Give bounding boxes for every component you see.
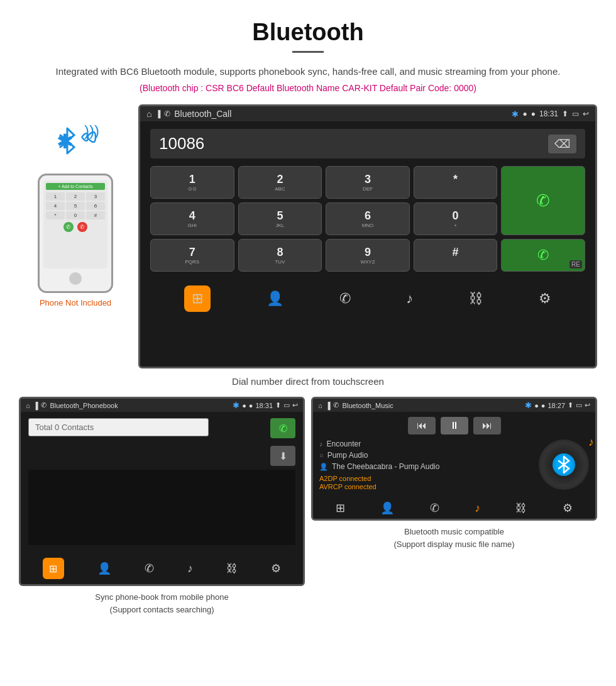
phonebook-search-field[interactable]: Total 0 Contacts (28, 418, 209, 436)
vinyl-bt-icon (557, 455, 571, 474)
dialer-key-4[interactable]: 4GHI (150, 202, 234, 235)
music-track-3: 👤 The Cheebacabra - Pump Audio (319, 462, 534, 471)
home-icon: ⌂ (146, 109, 151, 119)
dialer-key-star[interactable]: * (414, 166, 498, 199)
link-bar-button[interactable]: ⛓ (469, 290, 483, 307)
dialer-key-hash[interactable]: # (414, 239, 498, 272)
phone-side: ✱ ))) + Add to Contacts 1 2 3 (19, 104, 132, 307)
dialer-key-1[interactable]: 1⊙⊙ (150, 166, 234, 199)
car-statusbar-main: ⌂ ▐ ✆ Bluetooth_Call ✱ ● ● 18:31 ⬆ ▭ ↩ (140, 106, 595, 121)
car-dialer: 10086 ⌫ 1⊙⊙ 2ABC 3DEF * ✆ 4GHI 5JKL 6MNO… (140, 121, 595, 326)
phone-key-2: 2 (66, 192, 85, 201)
phone-key-3: 3 (86, 192, 105, 201)
dialer-key-8[interactable]: 8TUV (238, 239, 322, 272)
time-display: 18:31 (539, 109, 558, 118)
dot-icon: ● (522, 109, 527, 118)
dialer-backspace-button[interactable]: ⌫ (548, 135, 576, 153)
car-screen-title: Bluetooth_Call (174, 109, 231, 119)
music-track-list: ♪ Encounter ○ Pump Audio 👤 The Cheebacab… (319, 440, 534, 491)
track3-name: The Cheebacabra - Pump Audio (332, 462, 439, 471)
pb-link-button[interactable]: ⛓ (226, 562, 238, 575)
track2-name: Pump Audio (327, 451, 368, 460)
phonebook-content: Total 0 Contacts ✆ ⬇ (21, 412, 303, 551)
music-phone-button[interactable]: ✆ (430, 501, 439, 515)
signal-icon: ▐ (155, 110, 160, 118)
phone-key-5: 5 (66, 202, 85, 210)
dialer-key-0[interactable]: 0+ (414, 202, 498, 235)
dialer-keypad: 1⊙⊙ 2ABC 3DEF * ✆ 4GHI 5JKL 6MNO 0+ 7PQR… (150, 166, 585, 272)
pb-statusbar: ⌂ ▐ ✆ Bluetooth_Phonebook ✱ ● ● 18:31 ⬆ … (21, 399, 303, 412)
note-icon: ♪ (319, 440, 323, 448)
a2dp-status: A2DP connected (319, 475, 534, 482)
subtitle-text: Integrated with BC6 Bluetooth module, su… (50, 64, 566, 79)
phonebook-screen: ⌂ ▐ ✆ Bluetooth_Phonebook ✱ ● ● 18:31 ⬆ … (19, 397, 305, 586)
pb-call-icon: ✆ (41, 401, 47, 409)
pb-dialpad-button[interactable]: ⊞ (43, 558, 64, 579)
phone-call-button: ✆ (63, 222, 74, 232)
phone-bottom-buttons: ✆ ✆ (63, 222, 87, 232)
pb-title: Bluetooth_Phonebook (50, 402, 118, 409)
pb-contact-list (28, 470, 295, 545)
phone-mockup: + Add to Contacts 1 2 3 4 5 6 * 0 # ✆ ✆ (38, 174, 113, 293)
music-back-icon: ↩ (585, 401, 590, 409)
title-divider (292, 51, 324, 53)
music-dialpad-button[interactable]: ⊞ (336, 501, 345, 515)
phone-bar-button[interactable]: ✆ (339, 290, 351, 307)
dialer-key-6[interactable]: 6MNO (326, 202, 410, 235)
music-connected-status: A2DP connected AVRCP connected (319, 475, 534, 490)
dialer-key-2[interactable]: 2ABC (238, 166, 322, 199)
music-signal-icon: ▐ (326, 402, 331, 409)
dialer-key-9[interactable]: 9WXYZ (326, 239, 410, 272)
music-statusbar: ⌂ ▐ ✆ Bluetooth_Music ✱ ● ● 18:27 ⬆ ▭ ↩ (313, 399, 595, 412)
pb-win-icon: ▭ (283, 401, 290, 409)
music-play-button[interactable]: ⏸ (441, 417, 468, 434)
music-expand-icon: ⬆ (568, 401, 573, 409)
contacts-bar-button[interactable]: 👤 (267, 290, 283, 307)
dialer-key-3[interactable]: 3DEF (326, 166, 410, 199)
pb-bottom-bar: ⊞ 👤 ✆ ♪ ⛓ ⚙ (21, 551, 303, 584)
track1-name: Encounter (327, 440, 361, 448)
phone-key-0: 0 (66, 211, 85, 219)
signal-arcs-icon (78, 123, 101, 151)
music-bar-button[interactable]: ♪ (406, 290, 413, 307)
music-info: ♪ Encounter ○ Pump Audio 👤 The Cheebacab… (319, 440, 589, 491)
pb-bt-icon: ✱ (233, 401, 239, 410)
music-track-1: ♪ Encounter (319, 440, 534, 448)
phone-key-star: * (46, 211, 65, 219)
music-win-icon: ▭ (576, 401, 582, 409)
dialpad-bar-button[interactable]: ⊞ (184, 285, 211, 312)
pb-contacts-button[interactable]: 👤 (97, 562, 111, 575)
music-note-button[interactable]: ♪ (475, 502, 480, 515)
music-bottom-bar: ⊞ 👤 ✆ ♪ ⛓ ⚙ (313, 496, 595, 519)
pb-dot: ● (242, 402, 246, 409)
window-icon: ▭ (572, 109, 579, 118)
music-time: 18:27 (547, 402, 565, 409)
music-screen: ⌂ ▐ ✆ Bluetooth_Music ✱ ● ● 18:27 ⬆ ▭ ↩ … (311, 397, 597, 521)
dialer-call-button[interactable]: ✆ (501, 166, 585, 235)
signal-dots-icon: ● (531, 109, 536, 118)
music-track-2: ○ Pump Audio (319, 451, 534, 460)
pb-phone-button[interactable]: ✆ (145, 562, 154, 575)
dialer-key-5[interactable]: 5JKL (238, 202, 322, 235)
settings-bar-button[interactable]: ⚙ (539, 290, 551, 307)
phone-keypad: 1 2 3 4 5 6 * 0 # (46, 192, 105, 219)
pb-settings-button[interactable]: ⚙ (271, 562, 281, 575)
music-prev-button[interactable]: ⏮ (408, 417, 436, 434)
pb-call-button[interactable]: ✆ (270, 418, 295, 438)
expand-icon: ⬆ (562, 109, 568, 118)
music-settings-button[interactable]: ⚙ (563, 501, 573, 515)
bt-info-text: (Bluetooth chip : CSR BC6 Default Blueto… (0, 83, 616, 93)
music-link-button[interactable]: ⛓ (515, 502, 527, 515)
dialer-recall-button[interactable]: ✆ RE (501, 239, 585, 272)
pb-time: 18:31 (255, 402, 273, 409)
dialer-key-7[interactable]: 7PQRS (150, 239, 234, 272)
music-contacts-button[interactable]: 👤 (380, 501, 394, 515)
vinyl-bt-center (553, 453, 575, 476)
dialer-number-text: 10086 (159, 134, 204, 153)
pb-music-button[interactable]: ♪ (187, 562, 193, 575)
phone-not-included-label: Phone Not Included (40, 298, 111, 307)
phone-home-button (69, 272, 82, 285)
music-next-button[interactable]: ⏭ (473, 417, 501, 434)
pb-download-button[interactable]: ⬇ (270, 446, 295, 466)
phone-key-4: 4 (46, 202, 65, 210)
